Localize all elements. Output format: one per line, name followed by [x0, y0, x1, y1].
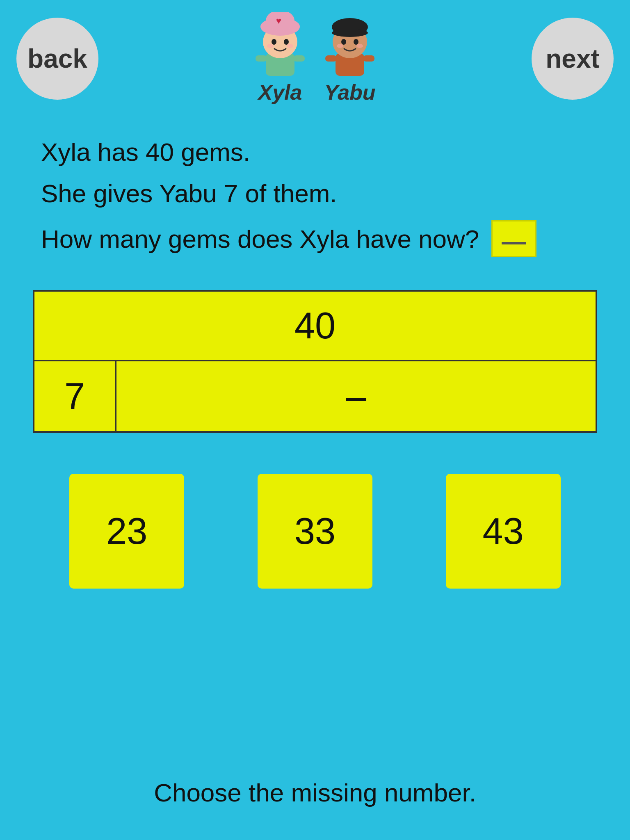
svg-point-6 — [272, 39, 276, 45]
choice-43[interactable]: 43 — [446, 474, 561, 589]
bar-right-cell: – — [116, 361, 596, 431]
next-button[interactable]: next — [532, 18, 614, 100]
svg-rect-10 — [256, 55, 267, 62]
back-button[interactable]: back — [16, 18, 98, 100]
story-line-1: Xyla has 40 gems. — [41, 137, 589, 167]
bar-model: 40 7 – — [33, 290, 597, 433]
svg-rect-11 — [293, 55, 305, 62]
story-line-2: She gives Yabu 7 of them. — [41, 179, 589, 208]
story-text-1: Xyla has 40 gems. — [41, 137, 250, 167]
inline-answer-box — [491, 220, 536, 257]
svg-text:♥: ♥ — [276, 16, 281, 26]
bar-top-number: 40 — [294, 305, 336, 347]
story-text-3: How many gems does Xyla have now? — [41, 224, 479, 253]
svg-rect-21 — [325, 55, 337, 62]
bar-left-number: 7 — [64, 375, 85, 418]
yabu-figure — [321, 12, 379, 78]
svg-rect-22 — [363, 55, 374, 62]
bar-left-cell: 7 — [34, 361, 116, 431]
xyla-figure: ♥ — [251, 12, 309, 78]
xyla-character: ♥ Xyla — [251, 12, 309, 105]
answer-choices: 23 33 43 — [0, 474, 630, 589]
xyla-name: Xyla — [258, 80, 302, 105]
svg-point-7 — [284, 39, 289, 45]
svg-point-16 — [332, 29, 368, 37]
xyla-avatar: ♥ — [251, 12, 309, 78]
choice-23[interactable]: 23 — [69, 474, 184, 589]
instruction-text: Choose the missing number. — [154, 778, 476, 807]
yabu-avatar — [321, 12, 379, 78]
story-section: Xyla has 40 gems. She gives Yabu 7 of th… — [0, 105, 630, 257]
choice-33[interactable]: 33 — [258, 474, 372, 589]
bar-bottom-section: 7 – — [34, 361, 596, 431]
characters-display: ♥ Xyla — [251, 12, 379, 105]
bottom-instruction: Choose the missing number. — [0, 778, 630, 807]
svg-point-20 — [356, 44, 363, 48]
answer-box-line — [502, 242, 526, 244]
story-line-3: How many gems does Xyla have now? — [41, 220, 589, 257]
yabu-character: Yabu — [321, 12, 379, 105]
svg-point-19 — [337, 44, 343, 48]
svg-point-9 — [287, 44, 293, 48]
svg-point-17 — [341, 39, 346, 45]
yabu-name: Yabu — [324, 80, 375, 105]
svg-point-8 — [267, 44, 274, 48]
bar-top-section: 40 — [34, 292, 596, 361]
story-text-2: She gives Yabu 7 of them. — [41, 179, 337, 208]
header: back ♥ — [0, 0, 630, 105]
svg-point-18 — [354, 39, 358, 45]
bar-right-dash: – — [346, 375, 366, 418]
